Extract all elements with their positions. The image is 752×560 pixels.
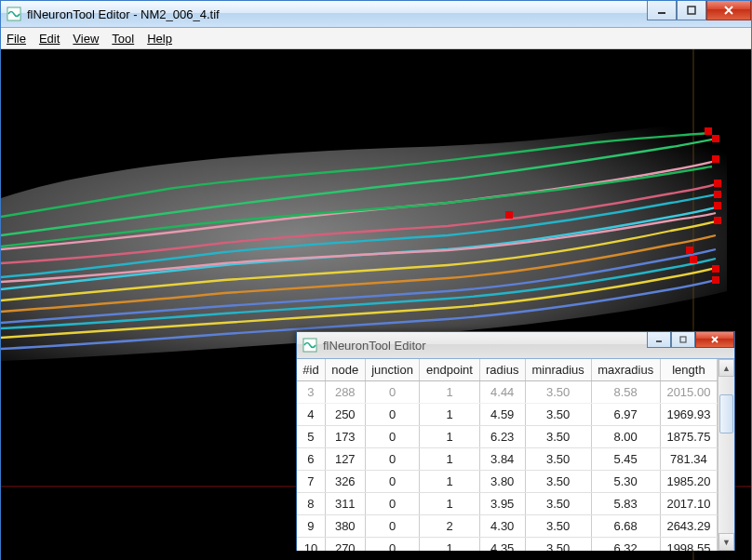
table-cell: 6.23 (479, 426, 525, 448)
table-row[interactable]: 9380024.303.506.682643.29 (297, 515, 718, 538)
table-row[interactable]: 8311013.953.505.832017.10 (297, 493, 718, 515)
table-cell: 3.50 (525, 493, 591, 515)
table-cell: 1 (420, 381, 479, 404)
table-cell: 5.83 (591, 493, 660, 515)
data-maximize-button[interactable] (671, 332, 695, 348)
menu-tool[interactable]: Tool (112, 32, 134, 46)
table-cell: 5.30 (591, 471, 660, 493)
table-cell: 8.58 (591, 381, 660, 404)
table-cell: 1985.20 (660, 471, 717, 493)
svg-rect-7 (680, 337, 686, 342)
table-cell: 127 (325, 448, 365, 471)
table-cell: 3.50 (525, 471, 591, 493)
column-header[interactable]: minradius (525, 359, 591, 381)
main-titlebar[interactable]: flNeuronTool Editor - NM2_006_4.tif (1, 1, 751, 28)
table-cell: 1 (420, 493, 479, 515)
data-table-container: #idnodejunctionendpointradiusminradiusma… (297, 359, 734, 551)
endpoint-marker[interactable] (712, 276, 719, 284)
table-cell: 1 (420, 404, 479, 426)
table-cell: 6.97 (591, 404, 660, 426)
endpoint-marker[interactable] (714, 191, 721, 198)
table-cell: 2643.29 (660, 515, 717, 538)
vertical-scrollbar[interactable]: ▲ ▼ (718, 359, 734, 551)
table-cell: 3.50 (525, 538, 591, 552)
table-cell: 0 (365, 493, 420, 515)
scroll-down-icon[interactable]: ▼ (718, 533, 734, 551)
close-button[interactable] (706, 1, 751, 20)
table-cell: 0 (365, 471, 420, 493)
column-header[interactable]: endpoint (420, 359, 479, 381)
scroll-thumb[interactable] (719, 394, 733, 433)
endpoint-marker[interactable] (712, 265, 719, 273)
table-cell: 2 (420, 515, 479, 538)
endpoint-marker[interactable] (505, 211, 513, 219)
data-window: flNeuronTool Editor #idnodejunctionendpo… (296, 331, 735, 551)
endpoint-marker[interactable] (712, 155, 719, 163)
table-cell: 3.80 (479, 471, 525, 493)
table-cell: 1 (420, 538, 479, 552)
column-header[interactable]: maxradius (591, 359, 660, 381)
table-cell: 0 (365, 404, 420, 426)
menu-edit[interactable]: Edit (39, 32, 60, 46)
table-cell: 8 (297, 493, 325, 515)
table-cell: 3.95 (479, 493, 525, 515)
table-cell: 2015.00 (660, 381, 717, 404)
table-cell: 6.32 (591, 538, 660, 552)
table-row[interactable]: 4250014.593.506.971969.93 (297, 404, 718, 426)
table-cell: 5 (297, 426, 325, 448)
table-cell: 3.50 (525, 515, 591, 538)
table-cell: 0 (365, 515, 420, 538)
endpoint-marker[interactable] (690, 256, 697, 263)
table-row[interactable]: 5173016.233.508.001875.75 (297, 426, 718, 448)
table-cell: 8.00 (591, 426, 660, 448)
table-row[interactable]: 6127013.843.505.45781.34 (297, 448, 718, 471)
column-header[interactable]: radius (479, 359, 525, 381)
data-window-buttons (647, 332, 734, 358)
table-cell: 173 (325, 426, 365, 448)
svg-rect-2 (688, 7, 695, 14)
menu-view[interactable]: View (73, 32, 99, 46)
table-cell: 0 (365, 426, 420, 448)
endpoint-marker[interactable] (714, 217, 721, 224)
data-titlebar[interactable]: flNeuronTool Editor (297, 332, 734, 359)
table-cell: 6 (297, 448, 325, 471)
app-icon (302, 338, 317, 353)
data-close-button[interactable] (695, 332, 734, 348)
table-cell: 3.84 (479, 448, 525, 471)
table-row[interactable]: 10270014.353.506.321998.55 (297, 538, 718, 552)
endpoint-marker[interactable] (712, 135, 719, 142)
maximize-button[interactable] (677, 1, 706, 20)
table-cell: 7 (297, 471, 325, 493)
table-cell: 1875.75 (660, 426, 717, 448)
minimize-button[interactable] (647, 1, 677, 20)
table-cell: 3 (297, 381, 325, 404)
column-header[interactable]: junction (365, 359, 420, 381)
column-header[interactable]: length (660, 359, 717, 381)
scroll-up-icon[interactable]: ▲ (718, 359, 734, 377)
table-row[interactable]: 3288014.443.508.582015.00 (297, 381, 718, 404)
table-cell: 1 (420, 471, 479, 493)
table-cell: 4 (297, 404, 325, 426)
column-header[interactable]: #id (297, 359, 325, 381)
table-cell: 781.34 (660, 448, 717, 471)
table-cell: 0 (365, 448, 420, 471)
endpoint-marker[interactable] (686, 247, 693, 254)
table-cell: 4.59 (479, 404, 525, 426)
menu-help[interactable]: Help (147, 32, 172, 46)
table-cell: 250 (325, 404, 365, 426)
table-cell: 0 (365, 538, 420, 552)
table-cell: 3.50 (525, 404, 591, 426)
table-cell: 4.44 (479, 381, 525, 404)
endpoint-marker[interactable] (705, 127, 712, 135)
table-row[interactable]: 7326013.803.505.301985.20 (297, 471, 718, 493)
table-cell: 1 (420, 426, 479, 448)
data-minimize-button[interactable] (647, 332, 671, 348)
table-cell: 270 (325, 538, 365, 552)
data-table[interactable]: #idnodejunctionendpointradiusminradiusma… (297, 359, 718, 551)
main-title: flNeuronTool Editor - NM2_006_4.tif (27, 7, 647, 21)
column-header[interactable]: node (325, 359, 365, 381)
menu-file[interactable]: File (7, 32, 26, 46)
endpoint-marker[interactable] (714, 202, 721, 209)
endpoint-marker[interactable] (714, 180, 721, 187)
table-cell: 1 (420, 448, 479, 471)
